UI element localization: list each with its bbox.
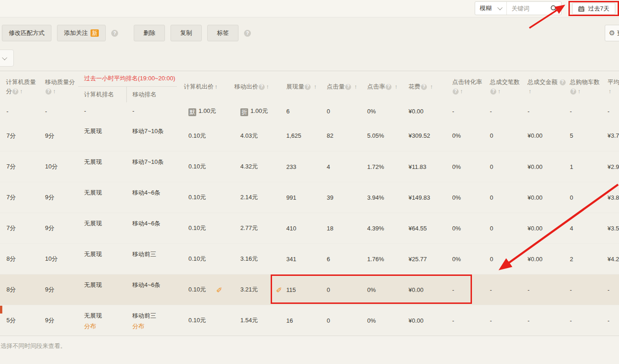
sort-icon[interactable] bbox=[20, 88, 23, 95]
edit-bid-icon[interactable] bbox=[216, 285, 222, 294]
rank-value: 无展现 bbox=[84, 157, 126, 167]
search-icon[interactable] bbox=[550, 5, 557, 12]
help-icon[interactable] bbox=[490, 89, 496, 95]
add-watch-label: 添加关注 bbox=[64, 29, 88, 37]
cell-orders: - bbox=[488, 274, 526, 305]
cell-revenue: ¥0.00 bbox=[526, 182, 568, 213]
cell-mobile-bid: 3.21元 bbox=[225, 274, 285, 305]
header-pc-rank[interactable]: 计算机排名 bbox=[78, 87, 126, 102]
distribution-link[interactable]: 分布 bbox=[132, 322, 176, 331]
table-row[interactable]: ----默1.00元折1.00元600%¥0.00----- bbox=[0, 102, 619, 121]
help-icon[interactable] bbox=[453, 89, 459, 95]
header-cvr[interactable]: 点击转化率 bbox=[451, 71, 488, 102]
cell-cost: ¥25.77 bbox=[407, 244, 451, 274]
sort-icon[interactable] bbox=[578, 88, 581, 95]
help-icon[interactable] bbox=[560, 79, 566, 85]
sort-icon[interactable] bbox=[354, 83, 358, 90]
cell-pc-rank: 无展现 bbox=[78, 213, 126, 244]
table-row[interactable]: 8分10分无展现移动前三0.10元3.16元34161.76%¥25.770%0… bbox=[0, 244, 619, 274]
table-row[interactable]: 7分10分无展现移动7~10条0.10元4.32元23341.72%¥11.83… bbox=[0, 151, 619, 182]
header-label: 计算机排名 bbox=[84, 91, 114, 98]
cell-ctr: 3.94% bbox=[366, 182, 407, 213]
keyword-search bbox=[507, 2, 561, 15]
column-settings-button[interactable]: 更 bbox=[605, 25, 619, 41]
rank-value: - bbox=[84, 106, 126, 116]
table-row[interactable]: 5分9分无展现分布移动前三分布0.10元1.54元1600%¥0.00----- bbox=[0, 305, 619, 336]
header-mobile-bid[interactable]: 移动出价 bbox=[225, 71, 285, 102]
rank-value: 无展现 bbox=[84, 280, 126, 290]
header-pc-bid[interactable]: 计算机出价 bbox=[177, 71, 225, 102]
delete-button[interactable]: 删除 bbox=[134, 25, 165, 41]
help-icon[interactable] bbox=[244, 30, 251, 37]
cell-ctr: 0% bbox=[366, 102, 407, 121]
cell-cost: ¥0.00 bbox=[407, 274, 451, 305]
sort-icon[interactable] bbox=[53, 88, 56, 95]
header-rank-group: 过去一小时平均排名(19:00~20:00) bbox=[78, 71, 177, 87]
cell-revenue: ¥0.00 bbox=[526, 213, 568, 244]
cell-impressions: 6 bbox=[285, 102, 325, 121]
sort-icon[interactable] bbox=[498, 88, 501, 95]
header-mobile-quality[interactable]: 移动质量分 bbox=[39, 71, 78, 102]
copy-button[interactable]: 复制 bbox=[170, 25, 202, 41]
help-icon[interactable] bbox=[305, 84, 311, 90]
sort-icon[interactable] bbox=[430, 83, 433, 90]
sort-icon[interactable] bbox=[266, 83, 269, 90]
tag-button[interactable]: 标签 bbox=[207, 25, 239, 41]
date-range-button[interactable]: 过去7天 bbox=[572, 3, 615, 15]
help-icon[interactable] bbox=[111, 30, 118, 37]
rank-value: 移动4~6条 bbox=[132, 280, 176, 290]
cell-revenue: - bbox=[526, 274, 568, 305]
cell-carts: - bbox=[568, 102, 606, 121]
sort-icon[interactable] bbox=[314, 83, 317, 90]
table-row[interactable]: 7分9分无展现移动4~6条0.10元2.77元410184.39%¥64.550… bbox=[0, 213, 619, 244]
cell-avg-cpc: - bbox=[606, 305, 619, 336]
help-icon[interactable] bbox=[12, 89, 18, 95]
cell-ctr: 4.39% bbox=[366, 213, 407, 244]
header-carts[interactable]: 总购物车数 bbox=[568, 71, 606, 102]
header-avg-cpc[interactable]: 平均点击费 bbox=[606, 71, 619, 102]
help-icon[interactable] bbox=[345, 84, 351, 90]
table-row[interactable]: 7分9分无展现移动7~10条0.10元4.03元1,625825.05%¥309… bbox=[0, 121, 619, 151]
table-row[interactable]: 8分9分无展现移动4~6条0.10元3.21元11500%¥0.00----- bbox=[0, 274, 619, 305]
cell-ctr: 5.05% bbox=[366, 121, 407, 151]
keyword-table: 计算机质量分 移动质量分 过去一小时平均排名(19:00~20:00) 计算机出… bbox=[0, 71, 619, 336]
header-cost[interactable]: 花费 bbox=[407, 71, 451, 102]
cell-pc-rank: 无展现 bbox=[78, 182, 126, 213]
sort-icon[interactable] bbox=[608, 88, 612, 95]
header-label: 展现量 bbox=[286, 83, 304, 90]
header-impressions[interactable]: 展现量 bbox=[285, 71, 325, 102]
sort-icon[interactable] bbox=[528, 88, 532, 95]
help-icon[interactable] bbox=[570, 89, 576, 95]
help-icon[interactable] bbox=[386, 84, 392, 90]
cell-cvr: 0% bbox=[451, 182, 488, 213]
header-mobile-rank[interactable]: 移动排名 bbox=[126, 87, 177, 102]
header-label: 总成交笔数 bbox=[490, 78, 520, 85]
sort-icon[interactable] bbox=[395, 83, 398, 90]
header-revenue[interactable]: 总成交金额 bbox=[526, 71, 568, 102]
header-orders[interactable]: 总成交笔数 bbox=[488, 71, 526, 102]
help-icon[interactable] bbox=[45, 89, 51, 95]
cell-mobile-bid: 折1.00元 bbox=[225, 102, 285, 121]
bid-type-badge-icon: 默 bbox=[188, 108, 196, 116]
cell-mobile-quality: 10分 bbox=[39, 244, 78, 274]
cell-clicks: 0 bbox=[325, 102, 366, 121]
sort-icon[interactable] bbox=[215, 83, 218, 90]
header-pc-quality[interactable]: 计算机质量分 bbox=[0, 71, 39, 102]
header-ctr[interactable]: 点击率 bbox=[366, 71, 407, 102]
header-label: 移动出价 bbox=[234, 83, 258, 90]
header-clicks[interactable]: 点击量 bbox=[325, 71, 366, 102]
table-row[interactable]: 7分9分无展现移动4~6条0.10元2.14元991393.94%¥149.83… bbox=[0, 182, 619, 213]
cell-orders: 0 bbox=[488, 213, 526, 244]
keyword-search-input[interactable] bbox=[511, 5, 550, 12]
modify-match-button[interactable]: 修改匹配方式 bbox=[2, 25, 51, 41]
cell-cost: ¥309.52 bbox=[407, 121, 451, 151]
cell-impressions: 1,625 bbox=[285, 121, 325, 151]
add-watch-button[interactable]: 添加关注 新 bbox=[57, 25, 106, 41]
distribution-link[interactable]: 分布 bbox=[84, 322, 126, 331]
match-mode-select[interactable]: 模糊 bbox=[475, 2, 507, 15]
sort-icon[interactable] bbox=[460, 88, 463, 95]
collapse-panel-button[interactable] bbox=[0, 50, 14, 67]
help-icon[interactable] bbox=[259, 84, 265, 90]
help-icon[interactable] bbox=[421, 84, 427, 90]
edit-bid-icon[interactable] bbox=[276, 285, 282, 294]
